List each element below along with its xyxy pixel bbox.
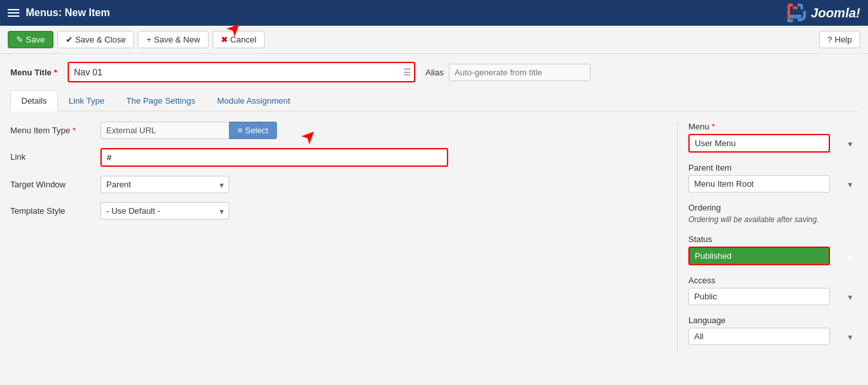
title-row: Menu Title * ☰ Alias (10, 62, 858, 82)
header-left: Menus: New Item (8, 7, 110, 19)
template-style-select-wrap: - Use Default - (100, 202, 229, 220)
sidebar-parent-item-group: Parent Item Menu Item Root (688, 163, 858, 192)
help-icon: ? (827, 35, 832, 44)
checkmark-icon: ✔ (66, 35, 73, 44)
content-area: Menu Title * ☰ Alias Details Link Type T… (0, 54, 868, 363)
tab-module-assignment[interactable]: Module Assignment (206, 90, 301, 111)
link-control (100, 148, 662, 167)
save-new-button[interactable]: + Save & New (138, 31, 208, 48)
sidebar-language-select[interactable]: All (688, 328, 830, 345)
link-input[interactable] (100, 148, 448, 167)
sidebar-status-label: Status (688, 234, 858, 244)
target-window-row: Target Window Parent New Window with Nav… (10, 176, 662, 193)
select-label: Select (245, 126, 269, 135)
joomla-logo-icon (784, 1, 807, 24)
link-label: Link (10, 148, 100, 162)
menu-item-type-input-group: ≡ Select (100, 122, 662, 139)
hamburger-menu[interactable] (8, 9, 19, 17)
joomla-logo: Joomla! (784, 1, 860, 24)
tab-link-type[interactable]: Link Type (58, 90, 115, 111)
sidebar-access-label: Access (688, 276, 858, 285)
sidebar-language-label: Language (688, 315, 858, 325)
sidebar-language-select-wrap: All (688, 328, 858, 345)
joomla-brand-text: Joomla! (811, 6, 860, 21)
cancel-button[interactable]: ✖ Cancel (212, 31, 265, 48)
plus-icon: + (146, 35, 151, 44)
sidebar-parent-item-label: Parent Item (688, 163, 858, 173)
alias-group: Alias (426, 64, 590, 81)
tab-details[interactable]: Details (10, 90, 58, 111)
main-left: Menu Item Type * ≡ Select Link (10, 122, 677, 355)
svg-rect-1 (788, 9, 790, 15)
help-button[interactable]: ? Help (819, 31, 860, 48)
save-icon: ✎ (16, 35, 23, 44)
template-style-label: Template Style (10, 202, 100, 216)
target-window-select[interactable]: Parent New Window with Navigation New Wi… (100, 176, 229, 193)
help-label: Help (835, 35, 852, 44)
sidebar-ordering-label: Ordering (688, 203, 858, 212)
template-style-control: - Use Default - (100, 202, 662, 220)
target-window-label: Target Window (10, 176, 100, 189)
main-right: Menu * User Menu Main Menu Parent Item M… (677, 122, 858, 355)
toolbar: ✎ Save ✔ Save & Close + Save & New ✖ Can… (0, 26, 868, 54)
cancel-icon: ✖ (221, 35, 228, 44)
svg-rect-2 (796, 15, 802, 19)
sidebar-status-group: Status Published Unpublished Trashed (688, 234, 858, 265)
sidebar-ordering-note: Ordering will be available after saving. (688, 215, 858, 224)
alias-input[interactable] (449, 64, 590, 81)
page-title: Menus: New Item (26, 7, 110, 19)
template-style-select[interactable]: - Use Default - (100, 202, 229, 220)
sidebar-menu-label: Menu * (688, 122, 858, 131)
sidebar-status-select[interactable]: Published Unpublished Trashed (688, 247, 830, 265)
save-new-label: Save & New (154, 35, 200, 44)
save-label: Save (26, 35, 45, 44)
sidebar-ordering-group: Ordering Ordering will be available afte… (688, 203, 858, 224)
sidebar-parent-item-select[interactable]: Menu Item Root (688, 175, 830, 192)
app-header: Menus: New Item Joomla! (0, 0, 868, 26)
required-asterisk: * (54, 68, 57, 77)
tabs-bar: Details Link Type The Page Settings Modu… (10, 90, 858, 111)
menu-item-type-control: ≡ Select (100, 122, 662, 139)
svg-rect-4 (788, 19, 793, 22)
menu-title-input[interactable] (68, 62, 415, 82)
link-row: Link (10, 148, 662, 167)
menu-title-input-wrap: ☰ (68, 62, 415, 82)
sidebar-parent-item-select-wrap: Menu Item Root (688, 175, 858, 192)
toolbar-right: ? Help (819, 31, 860, 48)
sidebar-access-select[interactable]: Public Registered Special (688, 288, 830, 305)
sidebar-status-select-wrap: Published Unpublished Trashed (688, 247, 858, 265)
save-button[interactable]: ✎ Save (8, 31, 53, 48)
main-layout: Menu Item Type * ≡ Select Link (10, 122, 858, 355)
sidebar-menu-select-wrap: User Menu Main Menu (688, 134, 858, 153)
svg-rect-3 (790, 15, 796, 19)
sidebar-access-group: Access Public Registered Special (688, 276, 858, 305)
sidebar-access-select-wrap: Public Registered Special (688, 288, 858, 305)
sidebar-language-group: Language All (688, 315, 858, 345)
save-close-label: Save & Close (75, 35, 126, 44)
tab-page-settings[interactable]: The Page Settings (115, 90, 206, 111)
select-button[interactable]: ≡ Select (229, 122, 277, 139)
sidebar-menu-select[interactable]: User Menu Main Menu (688, 134, 830, 153)
svg-rect-0 (793, 6, 798, 9)
title-toggle-icon: ☰ (403, 67, 411, 77)
target-window-control: Parent New Window with Navigation New Wi… (100, 176, 662, 193)
menu-item-type-label: Menu Item Type * (10, 122, 100, 135)
menu-item-type-input (100, 122, 229, 139)
menu-title-label: Menu Title * (10, 68, 57, 77)
save-close-button[interactable]: ✔ Save & Close (57, 31, 135, 48)
alias-label: Alias (426, 68, 444, 77)
cancel-label: Cancel (231, 35, 256, 44)
template-style-row: Template Style - Use Default - (10, 202, 662, 220)
menu-item-type-row: Menu Item Type * ≡ Select (10, 122, 662, 139)
sidebar-menu-group: Menu * User Menu Main Menu (688, 122, 858, 153)
target-window-select-wrap: Parent New Window with Navigation New Wi… (100, 176, 229, 193)
select-icon: ≡ (238, 126, 243, 135)
